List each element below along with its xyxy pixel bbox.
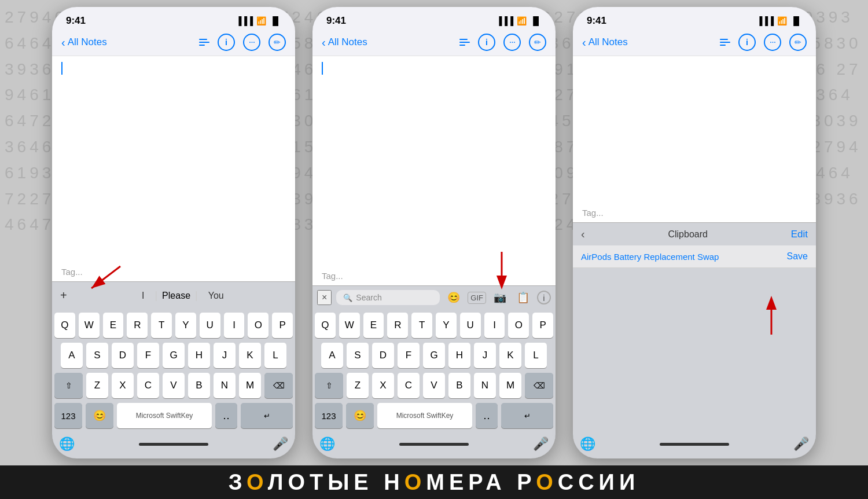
info-btn-2[interactable]: i (537, 291, 551, 304)
key-u-1[interactable]: U (200, 313, 220, 338)
key-w-2[interactable]: W (339, 313, 360, 338)
key-u-2[interactable]: U (460, 313, 481, 338)
key-b-1[interactable]: B (188, 373, 210, 398)
key-q-2[interactable]: Q (315, 313, 336, 338)
key-t-2[interactable]: T (411, 313, 432, 338)
note-area-3[interactable]: Tag... (573, 56, 816, 222)
list-filter-icon-3[interactable] (720, 39, 730, 46)
mic-icon-1[interactable]: 🎤 (273, 436, 288, 452)
key-123-2[interactable]: 123 (315, 403, 343, 428)
info-icon-3[interactable]: i (738, 34, 756, 51)
key-k-2[interactable]: K (499, 343, 521, 368)
info-icon-1[interactable]: i (218, 34, 235, 51)
key-shift-1[interactable]: ⇧ (54, 373, 83, 398)
word-you-1[interactable]: You (203, 288, 230, 303)
plus-button-1[interactable]: + (57, 287, 71, 304)
key-o-1[interactable]: O (248, 313, 269, 338)
key-emoji-1[interactable]: 😊 (86, 403, 113, 428)
nav-back-2[interactable]: ‹ All Notes (322, 36, 367, 49)
mic-icon-3[interactable]: 🎤 (793, 436, 809, 452)
nav-back-1[interactable]: ‹ All Notes (61, 36, 107, 49)
compose-icon-3[interactable]: ✏ (789, 34, 807, 51)
key-o-2[interactable]: O (508, 313, 529, 338)
info-icon-2[interactable]: i (478, 34, 495, 51)
key-q-1[interactable]: Q (54, 313, 75, 338)
key-v-1[interactable]: V (163, 373, 185, 398)
key-z-2[interactable]: Z (347, 373, 369, 398)
key-g-1[interactable]: G (163, 343, 185, 368)
gif-btn-2[interactable]: GIF (468, 292, 486, 304)
globe-icon-3[interactable]: 🌐 (580, 436, 595, 452)
clipboard-back-3[interactable]: ‹ (581, 228, 585, 241)
key-e-2[interactable]: E (363, 313, 384, 338)
key-return-1[interactable]: ↵ (241, 403, 293, 428)
key-c-1[interactable]: C (137, 373, 159, 398)
key-r-1[interactable]: R (127, 313, 148, 338)
emoji-btn-2[interactable]: 😊 (444, 289, 463, 306)
key-v-2[interactable]: V (423, 373, 445, 398)
key-y-2[interactable]: Y (436, 313, 457, 338)
key-n-1[interactable]: N (214, 373, 236, 398)
key-x-2[interactable]: X (372, 373, 394, 398)
key-z-1[interactable]: Z (86, 373, 108, 398)
camera-btn-2[interactable]: 📷 (491, 289, 509, 306)
key-shift-2[interactable]: ⇧ (315, 373, 343, 398)
key-g-2[interactable]: G (423, 343, 445, 368)
key-delete-1[interactable]: ⌫ (264, 373, 293, 398)
key-d-1[interactable]: D (112, 343, 134, 368)
key-s-1[interactable]: S (86, 343, 108, 368)
key-period-2[interactable]: ‥ (476, 403, 498, 428)
key-a-2[interactable]: A (321, 343, 343, 368)
globe-icon-1[interactable]: 🌐 (59, 436, 75, 452)
word-i-1[interactable]: I (136, 288, 150, 303)
clipboard-item-3[interactable]: AirPods Battery Replacement Swap Save (573, 245, 816, 268)
note-text-3[interactable] (573, 56, 816, 203)
note-area-2[interactable]: Tag... (312, 56, 556, 285)
key-c-2[interactable]: C (398, 373, 420, 398)
key-f-1[interactable]: F (137, 343, 159, 368)
key-e-1[interactable]: E (103, 313, 124, 338)
key-s-2[interactable]: S (347, 343, 369, 368)
key-l-2[interactable]: L (525, 343, 547, 368)
note-area-1[interactable]: Tag... (52, 56, 295, 281)
key-j-2[interactable]: J (474, 343, 496, 368)
key-m-1[interactable]: M (239, 373, 261, 398)
word-please-1[interactable]: Please (162, 291, 190, 301)
key-k-1[interactable]: K (239, 343, 261, 368)
save-button-3[interactable]: Save (787, 251, 808, 262)
key-h-1[interactable]: H (188, 343, 210, 368)
nav-back-3[interactable]: ‹ All Notes (582, 36, 628, 49)
key-return-2[interactable]: ↵ (501, 403, 553, 428)
key-w-1[interactable]: W (79, 313, 100, 338)
key-t-1[interactable]: T (151, 313, 172, 338)
key-a-1[interactable]: A (61, 343, 83, 368)
search-pill-2[interactable]: 🔍 Search (336, 290, 440, 305)
key-n-2[interactable]: N (474, 373, 496, 398)
key-y-1[interactable]: Y (175, 313, 196, 338)
more-icon-3[interactable]: ··· (764, 34, 781, 51)
more-icon-1[interactable]: ··· (243, 34, 260, 51)
key-period-1[interactable]: ‥ (215, 403, 237, 428)
key-123-1[interactable]: 123 (54, 403, 82, 428)
key-m-2[interactable]: M (499, 373, 521, 398)
more-icon-2[interactable]: ··· (503, 34, 521, 51)
key-x-1[interactable]: X (112, 373, 134, 398)
compose-icon-1[interactable]: ✏ (269, 34, 286, 51)
edit-button-3[interactable]: Edit (791, 229, 808, 240)
key-r-2[interactable]: R (387, 313, 408, 338)
mic-icon-2[interactable]: 🎤 (533, 436, 549, 452)
key-p-1[interactable]: P (272, 313, 293, 338)
close-button-2[interactable]: × (317, 290, 332, 305)
key-l-1[interactable]: L (264, 343, 286, 368)
key-j-1[interactable]: J (214, 343, 236, 368)
key-space-1[interactable]: Microsoft SwiftKey (117, 403, 212, 428)
key-emoji-2[interactable]: 😊 (346, 403, 374, 428)
note-text-1[interactable] (52, 56, 295, 262)
key-h-2[interactable]: H (448, 343, 470, 368)
key-i-1[interactable]: I (224, 313, 245, 338)
list-filter-icon-2[interactable] (459, 39, 470, 46)
key-d-2[interactable]: D (372, 343, 394, 368)
list-filter-icon-1[interactable] (199, 39, 209, 46)
key-space-2[interactable]: Microsoft SwiftKey (377, 403, 472, 428)
key-f-2[interactable]: F (398, 343, 420, 368)
